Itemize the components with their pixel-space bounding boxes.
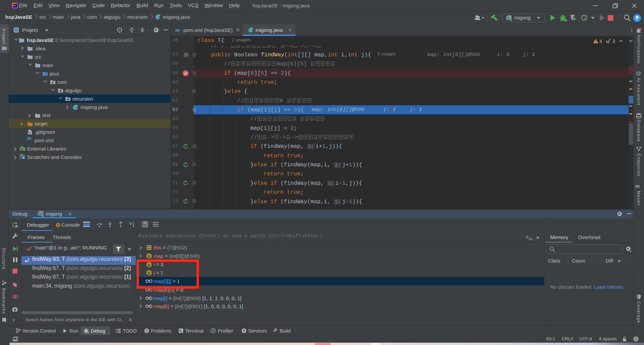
svg-text:m: m bbox=[175, 27, 180, 33]
svg-text:p: p bbox=[148, 254, 150, 258]
